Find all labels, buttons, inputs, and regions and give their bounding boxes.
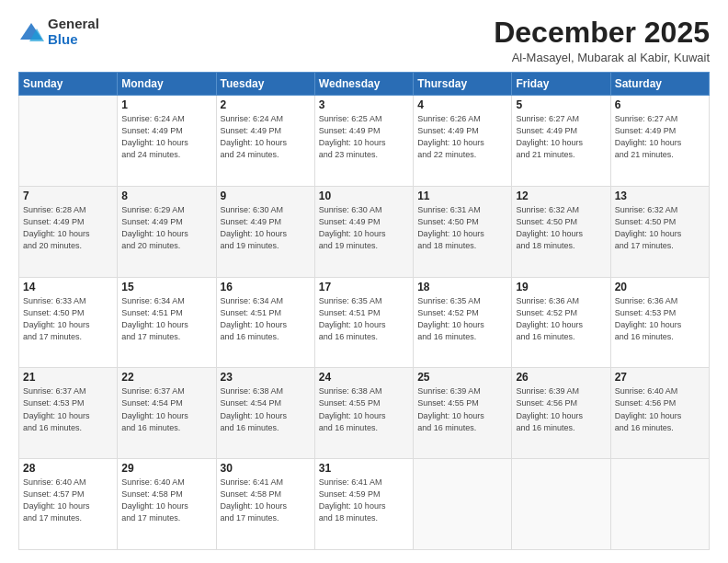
day-info: Sunrise: 6:34 AMSunset: 4:51 PMDaylight:… — [121, 295, 211, 343]
day-number: 22 — [121, 371, 211, 384]
calendar-day-cell: 1Sunrise: 6:24 AMSunset: 4:49 PMDaylight… — [118, 96, 216, 187]
day-info: Sunrise: 6:29 AMSunset: 4:49 PMDaylight:… — [121, 204, 211, 252]
col-wednesday: Wednesday — [314, 73, 413, 96]
col-tuesday: Tuesday — [216, 73, 314, 96]
calendar-day-cell: 5Sunrise: 6:27 AMSunset: 4:49 PMDaylight… — [512, 96, 610, 187]
col-friday: Friday — [512, 73, 610, 96]
day-number: 26 — [516, 371, 606, 384]
header: General Blue December 2025 Al-Masayel, M… — [18, 17, 710, 64]
calendar-day-cell: 7Sunrise: 6:28 AMSunset: 4:49 PMDaylight… — [19, 186, 118, 277]
col-thursday: Thursday — [414, 73, 512, 96]
day-info: Sunrise: 6:35 AMSunset: 4:52 PMDaylight:… — [417, 295, 507, 343]
day-info: Sunrise: 6:30 AMSunset: 4:49 PMDaylight:… — [221, 204, 311, 252]
calendar-day-cell: 15Sunrise: 6:34 AMSunset: 4:51 PMDayligh… — [118, 277, 216, 368]
day-number: 7 — [23, 190, 113, 202]
day-info: Sunrise: 6:41 AMSunset: 4:59 PMDaylight:… — [319, 477, 409, 524]
calendar-day-cell: 18Sunrise: 6:35 AMSunset: 4:52 PMDayligh… — [414, 277, 512, 368]
calendar-day-cell: 10Sunrise: 6:30 AMSunset: 4:49 PMDayligh… — [314, 186, 413, 277]
col-saturday: Saturday — [610, 73, 709, 96]
day-number: 13 — [615, 190, 705, 202]
day-number: 20 — [615, 281, 705, 293]
subtitle: Al-Masayel, Mubarak al Kabir, Kuwait — [494, 51, 710, 64]
calendar-day-cell: 31Sunrise: 6:41 AMSunset: 4:59 PMDayligh… — [314, 459, 413, 550]
calendar-day-cell: 25Sunrise: 6:39 AMSunset: 4:55 PMDayligh… — [414, 368, 512, 459]
day-number: 5 — [516, 98, 606, 111]
day-number: 19 — [516, 281, 606, 293]
calendar-day-cell: 2Sunrise: 6:24 AMSunset: 4:49 PMDaylight… — [216, 96, 314, 187]
day-info: Sunrise: 6:40 AMSunset: 4:56 PMDaylight:… — [615, 385, 705, 433]
calendar-day-cell — [414, 459, 512, 550]
calendar-week-row: 7Sunrise: 6:28 AMSunset: 4:49 PMDaylight… — [19, 186, 710, 277]
calendar-day-cell — [512, 459, 610, 550]
day-info: Sunrise: 6:27 AMSunset: 4:49 PMDaylight:… — [516, 113, 606, 161]
day-info: Sunrise: 6:41 AMSunset: 4:58 PMDaylight:… — [221, 477, 311, 524]
day-info: Sunrise: 6:31 AMSunset: 4:50 PMDaylight:… — [417, 204, 507, 252]
day-info: Sunrise: 6:28 AMSunset: 4:49 PMDaylight:… — [23, 204, 113, 252]
calendar-day-cell: 8Sunrise: 6:29 AMSunset: 4:49 PMDaylight… — [118, 186, 216, 277]
calendar-day-cell: 11Sunrise: 6:31 AMSunset: 4:50 PMDayligh… — [414, 186, 512, 277]
calendar-week-row: 1Sunrise: 6:24 AMSunset: 4:49 PMDaylight… — [19, 96, 710, 187]
calendar-day-cell: 29Sunrise: 6:40 AMSunset: 4:58 PMDayligh… — [118, 459, 216, 550]
day-number: 6 — [615, 98, 705, 111]
calendar-table: Sunday Monday Tuesday Wednesday Thursday… — [18, 72, 710, 550]
calendar-day-cell: 30Sunrise: 6:41 AMSunset: 4:58 PMDayligh… — [216, 459, 314, 550]
logo: General Blue — [18, 17, 99, 47]
calendar-day-cell — [19, 96, 118, 187]
day-number: 28 — [23, 462, 113, 475]
calendar-day-cell: 4Sunrise: 6:26 AMSunset: 4:49 PMDaylight… — [414, 96, 512, 187]
calendar-day-cell: 21Sunrise: 6:37 AMSunset: 4:53 PMDayligh… — [19, 368, 118, 459]
day-info: Sunrise: 6:36 AMSunset: 4:52 PMDaylight:… — [516, 295, 606, 343]
day-number: 16 — [221, 281, 311, 293]
day-number: 18 — [417, 281, 507, 293]
day-number: 11 — [417, 190, 507, 202]
day-number: 25 — [417, 371, 507, 384]
day-number: 2 — [221, 98, 311, 111]
day-info: Sunrise: 6:33 AMSunset: 4:50 PMDaylight:… — [23, 295, 113, 343]
day-number: 27 — [615, 371, 705, 384]
col-sunday: Sunday — [19, 73, 118, 96]
title-block: December 2025 Al-Masayel, Mubarak al Kab… — [494, 17, 710, 64]
day-info: Sunrise: 6:26 AMSunset: 4:49 PMDaylight:… — [417, 113, 507, 161]
calendar-day-cell: 24Sunrise: 6:38 AMSunset: 4:55 PMDayligh… — [314, 368, 413, 459]
calendar-day-cell: 13Sunrise: 6:32 AMSunset: 4:50 PMDayligh… — [610, 186, 709, 277]
logo-general-text: General — [48, 17, 99, 32]
calendar-day-cell: 3Sunrise: 6:25 AMSunset: 4:49 PMDaylight… — [314, 96, 413, 187]
day-number: 4 — [417, 98, 507, 111]
page: General Blue December 2025 Al-Masayel, M… — [0, 0, 728, 563]
day-number: 30 — [221, 462, 311, 475]
day-info: Sunrise: 6:38 AMSunset: 4:55 PMDaylight:… — [319, 385, 409, 433]
main-title: December 2025 — [494, 17, 710, 49]
day-info: Sunrise: 6:35 AMSunset: 4:51 PMDaylight:… — [319, 295, 409, 343]
day-number: 3 — [319, 98, 409, 111]
day-info: Sunrise: 6:30 AMSunset: 4:49 PMDaylight:… — [319, 204, 409, 252]
day-info: Sunrise: 6:37 AMSunset: 4:54 PMDaylight:… — [121, 385, 211, 433]
calendar-day-cell: 26Sunrise: 6:39 AMSunset: 4:56 PMDayligh… — [512, 368, 610, 459]
col-monday: Monday — [118, 73, 216, 96]
day-number: 1 — [121, 98, 211, 111]
calendar-day-cell: 17Sunrise: 6:35 AMSunset: 4:51 PMDayligh… — [314, 277, 413, 368]
calendar-day-cell: 16Sunrise: 6:34 AMSunset: 4:51 PMDayligh… — [216, 277, 314, 368]
calendar-header-row: Sunday Monday Tuesday Wednesday Thursday… — [19, 73, 710, 96]
day-info: Sunrise: 6:37 AMSunset: 4:53 PMDaylight:… — [23, 385, 113, 433]
day-number: 23 — [221, 371, 311, 384]
day-number: 17 — [319, 281, 409, 293]
day-info: Sunrise: 6:24 AMSunset: 4:49 PMDaylight:… — [121, 113, 211, 161]
day-number: 9 — [221, 190, 311, 202]
calendar-day-cell: 6Sunrise: 6:27 AMSunset: 4:49 PMDaylight… — [610, 96, 709, 187]
day-info: Sunrise: 6:36 AMSunset: 4:53 PMDaylight:… — [615, 295, 705, 343]
day-info: Sunrise: 6:39 AMSunset: 4:55 PMDaylight:… — [417, 385, 507, 433]
day-info: Sunrise: 6:34 AMSunset: 4:51 PMDaylight:… — [221, 295, 311, 343]
day-number: 31 — [319, 462, 409, 475]
day-info: Sunrise: 6:38 AMSunset: 4:54 PMDaylight:… — [221, 385, 311, 433]
calendar-day-cell: 12Sunrise: 6:32 AMSunset: 4:50 PMDayligh… — [512, 186, 610, 277]
calendar-day-cell — [610, 459, 709, 550]
logo-blue-text: Blue — [48, 32, 99, 48]
day-number: 15 — [121, 281, 211, 293]
day-info: Sunrise: 6:40 AMSunset: 4:58 PMDaylight:… — [121, 477, 211, 524]
day-number: 8 — [121, 190, 211, 202]
calendar-day-cell: 19Sunrise: 6:36 AMSunset: 4:52 PMDayligh… — [512, 277, 610, 368]
calendar-day-cell: 27Sunrise: 6:40 AMSunset: 4:56 PMDayligh… — [610, 368, 709, 459]
day-number: 12 — [516, 190, 606, 202]
calendar-day-cell: 23Sunrise: 6:38 AMSunset: 4:54 PMDayligh… — [216, 368, 314, 459]
calendar-day-cell: 14Sunrise: 6:33 AMSunset: 4:50 PMDayligh… — [19, 277, 118, 368]
